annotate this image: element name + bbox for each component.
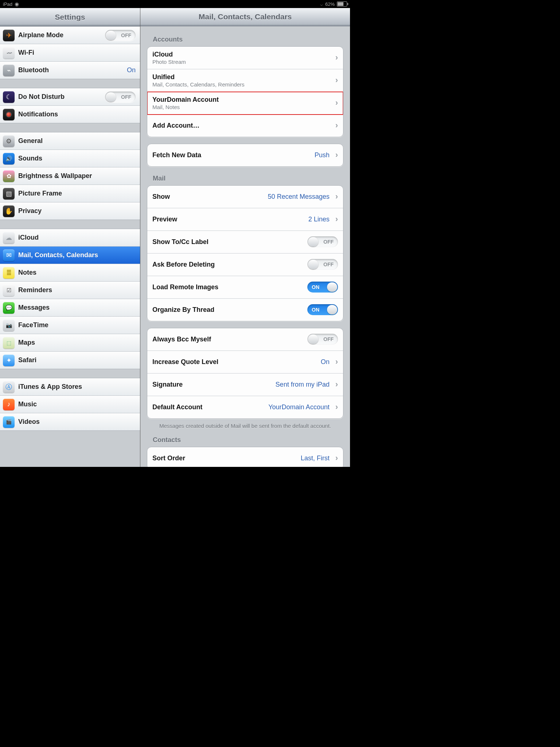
sidebar-item-safari[interactable]: Safari [0,352,140,369]
sidebar-item-airplane-mode[interactable]: Airplane ModeOFF [0,27,140,44]
sidebar-item-mail-contacts-calendars[interactable]: Mail, Contacts, Calendars [0,247,140,264]
sounds-icon [3,153,15,165]
accounts-header: Accounts [153,36,343,43]
toggle-switch[interactable]: OFF [307,334,338,345]
chevron-right-icon: › [335,53,338,62]
sidebar-item-notes[interactable]: Notes [0,264,140,282]
maps-icon [3,337,15,349]
default-account-note: Messages created outside of Mail will be… [158,422,332,430]
brightness-wallpaper-icon [3,170,15,182]
fetch-new-data[interactable]: Fetch New Data Push › [147,144,343,166]
sidebar-item-label: Sounds [18,155,136,162]
toggle-switch[interactable]: OFF [105,30,136,41]
setting-row[interactable]: Load Remote ImagesON [147,276,343,299]
setting-row[interactable]: Organize By ThreadON [147,299,343,321]
setting-row[interactable]: SignatureSent from my iPad› [147,374,343,396]
itunes-app-stores-icon [3,381,15,393]
toggle-switch[interactable]: OFF [307,259,338,270]
account-row[interactable]: Add Account…› [147,115,343,137]
fetch-value: Push [315,151,330,159]
setting-value: Sent from my iPad [276,381,330,388]
battery-percent: 62% [325,1,335,7]
account-title: iCloud [152,51,186,58]
toggle-switch[interactable]: OFF [105,92,136,102]
chevron-right-icon: › [335,150,338,160]
bluetooth-icon [3,65,15,76]
sidebar-item-videos[interactable]: Videos [0,413,140,430]
account-row[interactable]: iCloudPhoto Stream› [147,47,343,69]
sidebar-item-label: Privacy [18,207,136,215]
sidebar-item-messages[interactable]: Messages [0,299,140,317]
sidebar-item-sounds[interactable]: Sounds [0,150,140,167]
account-title: YourDomain Account [152,96,219,104]
sidebar-item-general[interactable]: General [0,132,140,150]
status-bar: iPad ◉ ⌵ 62% [0,0,350,8]
setting-row[interactable]: Always Bcc MyselfOFF [147,328,343,351]
sidebar-item-label: Videos [18,418,136,426]
chevron-right-icon: › [335,192,338,201]
chevron-right-icon: › [335,402,338,412]
toggle-switch[interactable]: ON [307,304,338,315]
chevron-right-icon: › [335,98,338,108]
sidebar-item-icloud[interactable]: iCloud [0,229,140,247]
setting-row[interactable]: Preview2 Lines› [147,208,343,231]
setting-row[interactable]: Increase Quote LevelOn› [147,351,343,374]
sidebar-item-picture-frame[interactable]: Picture Frame [0,185,140,202]
icloud-icon [3,232,15,244]
detail-pane: Mail, Contacts, Calendars Accounts iClou… [140,8,350,467]
sidebar-item-wifi[interactable]: Wi-Fi [0,44,140,62]
mail-group-1: Show50 Recent Messages›Preview2 Lines›Sh… [147,185,343,321]
sidebar-item-label: Airplane Mode [18,31,101,39]
safari-icon [3,355,15,366]
sidebar-item-facetime[interactable]: FaceTime [0,317,140,334]
setting-value: On [321,358,330,366]
setting-row[interactable]: Show50 Recent Messages› [147,186,343,208]
sidebar-item-bluetooth[interactable]: BluetoothOn [0,62,140,79]
toggle-switch[interactable]: OFF [307,236,338,247]
account-title: Unified [152,73,245,81]
sidebar-item-label: Do Not Disturb [18,93,101,101]
setting-label: Preview [152,216,177,223]
sidebar-item-label: iTunes & App Stores [18,383,136,391]
setting-label: Signature [152,381,183,388]
messages-icon [3,302,15,314]
sidebar-item-brightness-wallpaper[interactable]: Brightness & Wallpaper [0,167,140,185]
notifications-icon [3,109,15,120]
account-title: Add Account… [152,122,199,129]
contacts-group: Sort OrderLast, First› [147,447,343,467]
wifi-icon [3,47,15,59]
sidebar-item-maps[interactable]: Maps [0,334,140,352]
sidebar-item-label: iCloud [18,234,136,241]
sidebar-item-label: Mail, Contacts, Calendars [18,251,136,259]
sidebar-item-privacy[interactable]: Privacy [0,202,140,220]
sidebar-item-value: On [127,66,136,74]
facetime-icon [3,320,15,331]
setting-label: Always Bcc Myself [152,336,211,343]
mail-contacts-calendars-icon [3,249,15,261]
setting-row[interactable]: Sort OrderLast, First› [147,447,343,467]
setting-value: 2 Lines [308,216,330,223]
sidebar-item-notifications[interactable]: Notifications [0,106,140,123]
sidebar-item-do-not-disturb[interactable]: Do Not DisturbOFF [0,88,140,106]
bluetooth-icon: ⌵ [320,1,323,7]
setting-row[interactable]: Default AccountYourDomain Account› [147,396,343,418]
toggle-switch[interactable]: ON [307,282,338,293]
setting-label: Increase Quote Level [152,358,218,366]
setting-value: YourDomain Account [268,403,329,411]
battery-icon [337,1,347,7]
account-row[interactable]: UnifiedMail, Contacts, Calendars, Remind… [147,69,343,92]
chevron-right-icon: › [335,121,338,130]
sidebar-item-reminders[interactable]: Reminders [0,282,140,299]
setting-row[interactable]: Show To/Cc LabelOFF [147,231,343,253]
account-row[interactable]: YourDomain AccountMail, Notes› [147,92,343,115]
airplane-mode-icon [3,30,15,41]
sidebar-item-music[interactable]: Music [0,396,140,413]
sidebar-item-itunes-app-stores[interactable]: iTunes & App Stores [0,378,140,396]
chevron-right-icon: › [335,453,338,463]
sidebar-title: Settings [55,13,85,22]
chevron-right-icon: › [335,214,338,224]
setting-row[interactable]: Ask Before DeletingOFF [147,253,343,276]
sidebar-item-label: FaceTime [18,321,136,329]
music-icon [3,399,15,410]
setting-label: Show To/Cc Label [152,238,209,246]
